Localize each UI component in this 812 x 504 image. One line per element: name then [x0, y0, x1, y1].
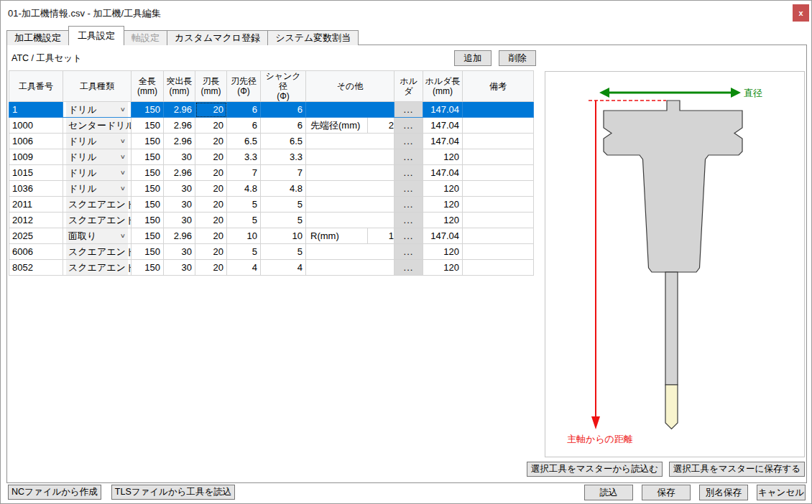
- col-header-shank-diameter[interactable]: シャンク径 (Φ): [261, 71, 306, 102]
- cell-other[interactable]: [306, 244, 395, 260]
- tool-type-dropdown[interactable]: センタードリル ∨: [66, 118, 128, 133]
- tab-custom-macro[interactable]: カスタムマクロ登録: [167, 30, 268, 45]
- cell-total-length[interactable]: 150: [132, 213, 164, 228]
- tab-machine-settings[interactable]: 加工機設定: [6, 30, 69, 45]
- cell-shank-diameter[interactable]: 6: [261, 118, 306, 134]
- cell-tip-diameter[interactable]: 6.5: [227, 134, 261, 149]
- cell-holder-length[interactable]: 120: [423, 213, 463, 228]
- cell-tip-diameter[interactable]: 7: [227, 165, 261, 181]
- cell-tool-type[interactable]: スクエアエンド ∨: [63, 213, 132, 228]
- cell-note[interactable]: [463, 213, 534, 228]
- holder-ellipsis-button[interactable]: ...: [395, 102, 423, 118]
- cell-holder-length[interactable]: 147.04: [423, 228, 463, 244]
- cell-tool-number[interactable]: 6006: [9, 244, 63, 260]
- col-header-tip-diameter[interactable]: 刃先径 (Φ): [227, 71, 261, 102]
- cell-stickout-length[interactable]: 2.96: [164, 228, 195, 244]
- cell-other[interactable]: [306, 213, 395, 228]
- table-row[interactable]: 1 ドリル ∨ 150 2.96 20 6 6 ... 147.04: [9, 102, 534, 118]
- cell-total-length[interactable]: 150: [132, 165, 164, 181]
- cell-tool-number[interactable]: 1009: [9, 149, 63, 165]
- cell-holder-length[interactable]: 147.04: [423, 118, 463, 134]
- holder-ellipsis-button[interactable]: ...: [395, 134, 423, 149]
- cell-tool-number[interactable]: 1015: [9, 165, 63, 181]
- cell-stickout-length[interactable]: 30: [164, 244, 195, 260]
- cell-note[interactable]: [463, 260, 534, 276]
- cell-shank-diameter[interactable]: 6.5: [261, 134, 306, 149]
- cell-tool-type[interactable]: ドリル ∨: [63, 102, 132, 118]
- cell-tool-type[interactable]: ドリル ∨: [63, 181, 132, 197]
- cell-tip-diameter[interactable]: 5: [227, 213, 261, 228]
- cell-tool-number[interactable]: 2012: [9, 213, 63, 228]
- col-header-total-length[interactable]: 全長 (mm): [132, 71, 164, 102]
- cell-flute-length[interactable]: 20: [195, 165, 227, 181]
- cell-tip-diameter[interactable]: 10: [227, 228, 261, 244]
- holder-ellipsis-button[interactable]: ...: [395, 197, 423, 213]
- cell-stickout-length[interactable]: 30: [164, 213, 195, 228]
- cell-stickout-length[interactable]: 30: [164, 181, 195, 197]
- holder-ellipsis-button[interactable]: ...: [395, 260, 423, 276]
- cell-tip-diameter[interactable]: 4.8: [227, 181, 261, 197]
- cell-other[interactable]: 先端径(mm)2: [306, 118, 395, 134]
- cell-note[interactable]: [463, 165, 534, 181]
- cell-shank-diameter[interactable]: 5: [261, 244, 306, 260]
- close-button[interactable]: x: [793, 4, 809, 22]
- table-row[interactable]: 8052 スクエアエンド ∨ 150 30 20 4 4 ... 120: [9, 260, 534, 276]
- tool-type-dropdown[interactable]: ドリル ∨: [66, 102, 128, 117]
- col-header-holder-length[interactable]: ホルダ長 (mm): [423, 71, 463, 102]
- col-header-flute-length[interactable]: 刃長 (mm): [195, 71, 227, 102]
- table-row[interactable]: 1009 ドリル ∨ 150 30 20 3.3 3.3 ... 120: [9, 149, 534, 165]
- cancel-button[interactable]: キャンセル: [757, 485, 806, 500]
- cell-holder-length[interactable]: 147.04: [423, 165, 463, 181]
- cell-other[interactable]: R(mm)1: [306, 228, 395, 244]
- table-row[interactable]: 2025 面取り ∨ 150 2.96 20 10 10 R(mm)1 ... …: [9, 228, 534, 244]
- cell-total-length[interactable]: 150: [132, 134, 164, 149]
- cell-total-length[interactable]: 150: [132, 118, 164, 134]
- cell-stickout-length[interactable]: 30: [164, 260, 195, 276]
- cell-holder-length[interactable]: 147.04: [423, 102, 463, 118]
- cell-tool-number[interactable]: 1006: [9, 134, 63, 149]
- cell-note[interactable]: [463, 102, 534, 118]
- cell-shank-diameter[interactable]: 7: [261, 165, 306, 181]
- tab-tool-settings[interactable]: 工具設定: [68, 26, 124, 45]
- cell-flute-length[interactable]: 20: [195, 102, 227, 118]
- cell-shank-diameter[interactable]: 6: [261, 102, 306, 118]
- cell-holder-length[interactable]: 120: [423, 197, 463, 213]
- cell-tool-type[interactable]: スクエアエンド ∨: [63, 197, 132, 213]
- col-header-stickout[interactable]: 突出長 (mm): [164, 71, 195, 102]
- cell-shank-diameter[interactable]: 10: [261, 228, 306, 244]
- cell-tool-number[interactable]: 2011: [9, 197, 63, 213]
- save-as-button[interactable]: 別名保存: [699, 485, 748, 500]
- cell-tool-number[interactable]: 2025: [9, 228, 63, 244]
- cell-tip-diameter[interactable]: 5: [227, 197, 261, 213]
- cell-note[interactable]: [463, 181, 534, 197]
- cell-tool-number[interactable]: 1000: [9, 118, 63, 134]
- tool-type-dropdown[interactable]: スクエアエンド ∨: [66, 244, 128, 259]
- cell-tool-type[interactable]: ドリル ∨: [63, 134, 132, 149]
- cell-flute-length[interactable]: 20: [195, 118, 227, 134]
- cell-flute-length[interactable]: 20: [195, 260, 227, 276]
- cell-tip-diameter[interactable]: 5: [227, 244, 261, 260]
- cell-note[interactable]: [463, 228, 534, 244]
- cell-flute-length[interactable]: 20: [195, 181, 227, 197]
- cell-flute-length[interactable]: 20: [195, 244, 227, 260]
- col-header-note[interactable]: 備考: [463, 71, 534, 102]
- cell-shank-diameter[interactable]: 5: [261, 197, 306, 213]
- cell-other[interactable]: [306, 102, 395, 118]
- cell-flute-length[interactable]: 20: [195, 197, 227, 213]
- cell-tip-diameter[interactable]: 6: [227, 118, 261, 134]
- cell-tool-number[interactable]: 1: [9, 102, 63, 118]
- cell-holder-length[interactable]: 120: [423, 244, 463, 260]
- cell-tip-diameter[interactable]: 6: [227, 102, 261, 118]
- tool-type-dropdown[interactable]: スクエアエンド ∨: [66, 213, 128, 228]
- cell-other[interactable]: [306, 181, 395, 197]
- cell-note[interactable]: [463, 149, 534, 165]
- cell-holder-length[interactable]: 120: [423, 181, 463, 197]
- cell-note[interactable]: [463, 197, 534, 213]
- col-header-holder[interactable]: ホルダ: [395, 71, 423, 102]
- cell-total-length[interactable]: 150: [132, 197, 164, 213]
- cell-holder-length[interactable]: 147.04: [423, 134, 463, 149]
- holder-ellipsis-button[interactable]: ...: [395, 213, 423, 228]
- cell-flute-length[interactable]: 20: [195, 134, 227, 149]
- holder-ellipsis-button[interactable]: ...: [395, 244, 423, 260]
- tool-type-dropdown[interactable]: ドリル ∨: [66, 134, 128, 149]
